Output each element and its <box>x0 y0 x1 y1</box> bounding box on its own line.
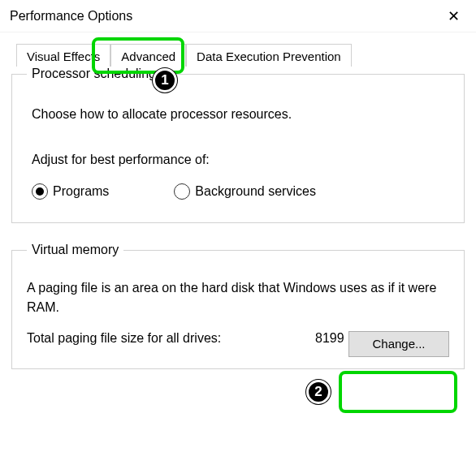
radio-row: Programs Background services <box>32 183 449 200</box>
virtual-memory-description: A paging file is an area on the hard dis… <box>27 278 449 316</box>
tab-content: Processor scheduling Choose how to alloc… <box>0 67 476 381</box>
radio-background-label: Background services <box>195 184 316 199</box>
tab-advanced[interactable]: Advanced <box>110 44 186 67</box>
close-icon[interactable]: ✕ <box>441 7 466 25</box>
virtual-memory-group: Virtual memory A paging file is an area … <box>11 243 465 368</box>
change-button[interactable]: Change... <box>348 331 449 357</box>
radio-background-services[interactable]: Background services <box>174 183 316 200</box>
window-title: Performance Options <box>10 9 132 24</box>
processor-scheduling-legend: Processor scheduling <box>27 67 161 81</box>
annotation-badge-2: 2 <box>306 380 331 404</box>
tab-dep[interactable]: Data Execution Prevention <box>186 44 352 67</box>
tab-bar: Visual Effects Advanced Data Execution P… <box>0 32 476 67</box>
radio-programs-label: Programs <box>53 184 109 199</box>
virtual-memory-legend: Virtual memory <box>27 243 123 257</box>
processor-scheduling-description: Choose how to allocate processor resourc… <box>32 105 449 123</box>
radio-icon <box>174 183 190 200</box>
virtual-memory-total-label: Total paging file size for all drives: <box>27 331 315 346</box>
radio-icon <box>32 183 48 200</box>
radio-programs[interactable]: Programs <box>32 183 109 200</box>
adjust-performance-label: Adjust for best performance of: <box>32 153 449 167</box>
titlebar: Performance Options ✕ <box>0 0 476 32</box>
performance-options-window: Performance Options ✕ Visual Effects Adv… <box>0 0 476 452</box>
tab-visual-effects[interactable]: Visual Effects <box>16 44 110 67</box>
processor-scheduling-group: Processor scheduling Choose how to alloc… <box>11 67 465 223</box>
